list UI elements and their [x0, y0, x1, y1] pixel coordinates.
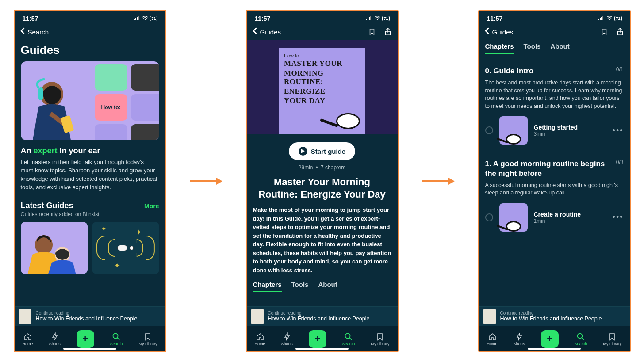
- tab-about[interactable]: About: [550, 42, 569, 54]
- more-icon[interactable]: •••: [613, 126, 624, 135]
- wifi-icon: [374, 16, 380, 21]
- tab-tools[interactable]: Tools: [291, 281, 309, 292]
- tab-library[interactable]: My Library: [138, 332, 157, 346]
- nav-back-label[interactable]: Guides: [492, 28, 514, 36]
- tab-shorts[interactable]: Shorts: [281, 332, 293, 346]
- nav-back-label[interactable]: Search: [28, 28, 49, 36]
- svg-point-16: [377, 19, 378, 20]
- tab-shorts-label: Shorts: [514, 342, 525, 346]
- tab-home[interactable]: Home: [23, 332, 33, 346]
- lesson-duration: 3min: [534, 131, 606, 137]
- tab-library-label: My Library: [603, 342, 621, 346]
- svg-point-10: [113, 333, 118, 338]
- share-icon[interactable]: [383, 27, 392, 36]
- fab-add[interactable]: +: [77, 330, 94, 348]
- meta-duration: 29min: [299, 164, 313, 171]
- home-indicator: [528, 348, 581, 350]
- svg-rect-21: [600, 18, 601, 20]
- tagline-description: Let masters in their field talk you thro…: [21, 158, 159, 191]
- tagline: An expert in your ear: [21, 146, 159, 156]
- tab-search[interactable]: Search: [575, 332, 587, 346]
- pan-icon: [506, 134, 521, 145]
- continue-reading-bar[interactable]: Continue reading How to Win Friends and …: [15, 306, 165, 326]
- status-time: 11:57: [255, 15, 271, 22]
- tab-search[interactable]: Search: [342, 332, 355, 346]
- book-thumbnail: [19, 309, 31, 324]
- tab-home[interactable]: Home: [255, 332, 265, 346]
- svg-rect-22: [601, 17, 602, 20]
- tab-chapters[interactable]: Chapters: [253, 281, 282, 292]
- back-chevron-icon[interactable]: [252, 27, 257, 37]
- tab-search[interactable]: Search: [110, 332, 123, 346]
- guide-cover: How to MASTER YOUR MORNING ROUTINE: ENER…: [279, 48, 365, 134]
- progress-ring-icon: [485, 213, 493, 221]
- guide-description: Make the most of your morning to jump-st…: [247, 206, 398, 274]
- lesson-title: Create a routine: [534, 211, 606, 218]
- tab-home-label: Home: [255, 342, 265, 346]
- bolt-icon: [515, 332, 524, 341]
- svg-point-18: [345, 333, 350, 338]
- svg-line-11: [118, 338, 120, 340]
- meta-sep: •: [316, 164, 318, 171]
- lesson-row[interactable]: Create a routine 1min •••: [485, 203, 624, 232]
- guide-card[interactable]: ✦ ✦ ✦: [92, 222, 159, 274]
- svg-rect-1: [135, 18, 136, 20]
- more-icon[interactable]: •••: [613, 213, 624, 222]
- lesson-thumb: [499, 116, 528, 145]
- tab-library[interactable]: My Library: [603, 332, 621, 346]
- back-chevron-icon[interactable]: [20, 27, 25, 37]
- lesson-row[interactable]: Getting started 3min •••: [485, 116, 624, 145]
- continue-reading-bar[interactable]: Continue reading How to Win Friends and …: [479, 306, 630, 326]
- bookmark-icon[interactable]: [368, 27, 376, 36]
- share-icon[interactable]: [616, 27, 625, 36]
- chapter-1: 1. A good morning routine begins the nig…: [479, 151, 630, 238]
- svg-rect-20: [598, 19, 599, 20]
- guide-meta: 29min • 7 chapters: [247, 164, 398, 171]
- guide-card[interactable]: [21, 222, 88, 274]
- fab-add[interactable]: +: [309, 330, 326, 348]
- tab-shorts[interactable]: Shorts: [49, 332, 61, 346]
- battery-indicator: 71: [150, 16, 157, 21]
- back-chevron-icon[interactable]: [484, 27, 490, 37]
- status-indicators: 71: [598, 16, 621, 21]
- continue-label: Continue reading: [268, 311, 370, 316]
- start-guide-button[interactable]: Start guide: [289, 142, 355, 160]
- tab-tools[interactable]: Tools: [524, 42, 541, 54]
- battery-indicator: 71: [382, 16, 389, 21]
- guide-cards-row: ✦ ✦ ✦: [21, 222, 159, 274]
- search-icon: [112, 332, 121, 341]
- chapter-title: 1. A good morning routine begins the nig…: [485, 159, 612, 178]
- play-icon: [299, 147, 307, 156]
- signal-icon: [366, 16, 372, 21]
- nav-back-label[interactable]: Guides: [260, 28, 281, 36]
- lesson-duration: 1min: [534, 218, 606, 224]
- search-icon: [576, 332, 585, 341]
- svg-rect-3: [138, 16, 139, 20]
- continue-reading-bar[interactable]: Continue reading How to Win Friends and …: [247, 306, 398, 326]
- tab-shorts[interactable]: Shorts: [514, 332, 525, 346]
- tab-search-label: Search: [110, 342, 123, 346]
- bolt-icon: [283, 332, 291, 341]
- tagline-suffix: in your ear: [58, 146, 100, 155]
- status-time: 11:57: [487, 15, 503, 22]
- home-icon: [23, 332, 32, 341]
- tab-chapters[interactable]: Chapters: [485, 42, 514, 54]
- tab-shorts-label: Shorts: [281, 342, 293, 346]
- nav-bar: Guides: [479, 24, 630, 40]
- home-icon: [256, 332, 264, 341]
- phone-screen-guides: 11:57 71 Search Guides How to:: [14, 10, 166, 352]
- detail-tabs: Chapters Tools About: [479, 40, 630, 58]
- status-bar: 11:57 71: [479, 11, 630, 24]
- bookmark-icon[interactable]: [600, 27, 609, 36]
- meta-chapters: 7 chapters: [321, 164, 345, 171]
- tab-library[interactable]: My Library: [371, 332, 389, 346]
- more-link[interactable]: More: [144, 202, 159, 210]
- tab-home[interactable]: Home: [487, 332, 498, 346]
- tab-about[interactable]: About: [318, 281, 337, 292]
- tab-search-label: Search: [575, 342, 587, 346]
- book-thumbnail: [251, 309, 264, 324]
- fab-add[interactable]: +: [541, 330, 559, 348]
- flow-arrow: [188, 178, 224, 185]
- tab-shorts-label: Shorts: [49, 342, 61, 346]
- tagline-prefix: An: [21, 146, 34, 155]
